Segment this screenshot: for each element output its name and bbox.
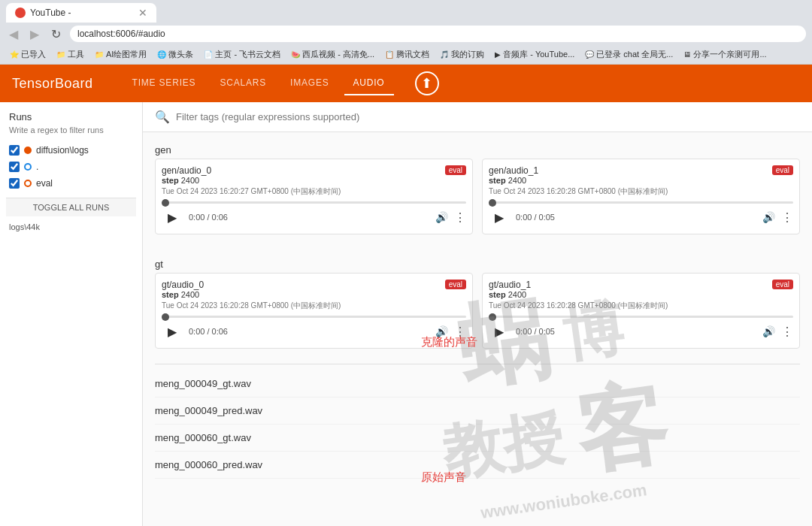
eval-badge: eval <box>772 165 793 175</box>
bookmark-item[interactable]: 🍉西瓜视频 - 高清免... <box>287 47 378 62</box>
app-header: TensorBoard TIME SERIESSCALARSIMAGESAUDI… <box>0 65 812 102</box>
audio-time: Tue Oct 24 2023 16:20:28 GMT+0800 (中国标准时… <box>489 301 772 311</box>
bookmark-icon: 🌐 <box>157 50 166 59</box>
browser-toolbar: ◀ ▶ ↻ localhost:6006/#audio <box>0 23 812 45</box>
bookmark-item[interactable]: 📁工具 <box>53 47 88 62</box>
main-content: 🔍 gen gen/audio_0 step 2400 Tue Oct 24 2… <box>143 102 812 526</box>
audio-progress-track <box>489 316 793 318</box>
bookmark-item[interactable]: 🌐微头条 <box>153 47 197 62</box>
sidebar-runs-subtitle: Write a regex to filter runs <box>6 125 136 135</box>
audio-grid: gen/audio_0 step 2400 Tue Oct 24 2023 16… <box>155 159 800 234</box>
more-options-icon[interactable]: ⋮ <box>454 325 466 339</box>
run-item[interactable]: diffusion\logs <box>6 142 136 159</box>
audio-grid: gt/audio_0 step 2400 Tue Oct 24 2023 16:… <box>155 273 800 349</box>
run-checkbox[interactable] <box>9 178 20 189</box>
tab-favicon <box>15 8 26 18</box>
audio-progress-thumb <box>489 199 496 207</box>
nav-tab-audio[interactable]: AUDIO <box>344 71 394 95</box>
audio-controls: ▶ 0:00 / 0:05 🔊 ⋮ <box>489 207 793 228</box>
run-item[interactable]: . <box>6 159 136 175</box>
url-bar[interactable]: localhost:6006/#audio <box>70 26 806 42</box>
run-label: . <box>36 162 38 172</box>
app-logo: TensorBoard <box>12 76 93 92</box>
file-list-item[interactable]: meng_000049_gt.wav <box>155 370 800 398</box>
reload-button[interactable]: ↻ <box>48 26 64 43</box>
run-checkbox[interactable] <box>9 145 20 156</box>
bookmark-item[interactable]: ▶音频库 - YouTube... <box>491 47 578 62</box>
audio-progress-bar-container[interactable] <box>489 201 793 204</box>
nav-tab-scalars[interactable]: SCALARS <box>211 71 275 95</box>
bookmark-item[interactable]: 📁AI绘图常用 <box>91 47 150 62</box>
bookmark-icon: 📄 <box>204 50 213 59</box>
audio-step: step 2400 <box>162 290 445 299</box>
volume-icon[interactable]: 🔊 <box>762 325 775 337</box>
bookmark-item[interactable]: 📋腾讯文档 <box>381 47 433 62</box>
audio-progress-track <box>489 201 793 204</box>
audio-time: Tue Oct 24 2023 16:20:27 GMT+0800 (中国标准时… <box>162 186 445 197</box>
audio-time: Tue Oct 24 2023 16:20:28 GMT+0800 (中国标准时… <box>162 301 445 311</box>
file-list-item[interactable]: meng_000060_pred.wav <box>155 452 800 479</box>
search-icon: 🔍 <box>155 110 170 124</box>
audio-step: step 2400 <box>489 176 772 185</box>
content-wrapper: 🔍 gen gen/audio_0 step 2400 Tue Oct 24 2… <box>143 102 812 482</box>
bookmark-item[interactable]: 💬已登录 chat 全局无... <box>581 47 677 62</box>
audio-progress-bar-container[interactable] <box>162 316 466 318</box>
logs-label: logs\44k <box>6 216 136 233</box>
file-list-item[interactable]: meng_000060_gt.wav <box>155 425 800 452</box>
audio-card-header: gen/audio_0 step 2400 Tue Oct 24 2023 16… <box>162 165 466 197</box>
bookmark-item[interactable]: 🖥分享一个亲测可用... <box>680 47 770 62</box>
play-button[interactable]: ▶ <box>489 207 510 228</box>
volume-icon[interactable]: 🔊 <box>435 325 448 337</box>
back-button[interactable]: ◀ <box>6 26 21 43</box>
audio-time-label: 0:00 / 0:05 <box>516 327 555 336</box>
browser-tabs: YouTube - ✕ <box>0 0 812 23</box>
bookmark-icon: ⭐ <box>10 50 19 59</box>
volume-icon[interactable]: 🔊 <box>435 211 448 223</box>
bookmark-item[interactable]: 🎵我的订购 <box>436 47 488 62</box>
audio-progress-thumb <box>162 313 169 321</box>
more-options-icon[interactable]: ⋮ <box>781 210 793 225</box>
search-input[interactable] <box>176 111 800 122</box>
audio-section-gen: gen gen/audio_0 step 2400 Tue Oct 24 202… <box>143 132 812 246</box>
tab-title: YouTube - <box>30 8 134 18</box>
more-options-icon[interactable]: ⋮ <box>781 325 793 339</box>
toggle-all-runs-button[interactable]: TOGGLE ALL RUNS <box>6 198 136 216</box>
url-text: localhost:6006/#audio <box>77 29 165 39</box>
bookmark-item[interactable]: ⭐已导入 <box>6 47 50 62</box>
active-tab[interactable]: YouTube - ✕ <box>6 3 156 23</box>
audio-time-label: 0:00 / 0:06 <box>189 213 228 222</box>
audio-time-label: 0:00 / 0:06 <box>189 327 228 336</box>
bookmark-item[interactable]: 📄主页 - 飞书云文档 <box>200 47 284 62</box>
run-checkbox[interactable] <box>9 162 20 172</box>
audio-sections: gen gen/audio_0 step 2400 Tue Oct 24 202… <box>143 132 812 361</box>
audio-card-title: gen/audio_0 <box>162 165 445 176</box>
upload-button[interactable]: ⬆ <box>415 71 439 95</box>
forward-button[interactable]: ▶ <box>27 26 42 43</box>
audio-step: step 2400 <box>162 176 445 185</box>
audio-card-info: gen/audio_1 step 2400 Tue Oct 24 2023 16… <box>489 165 772 197</box>
run-label: eval <box>36 178 53 189</box>
audio-controls: ▶ 0:00 / 0:06 🔊 ⋮ <box>162 207 466 228</box>
nav-tab-time-series[interactable]: TIME SERIES <box>123 71 205 95</box>
audio-progress-bar-container[interactable] <box>162 201 466 204</box>
eval-badge: eval <box>772 280 793 289</box>
tab-close-button[interactable]: ✕ <box>138 7 147 19</box>
play-button[interactable]: ▶ <box>162 321 183 342</box>
file-list-item[interactable]: meng_000049_pred.wav <box>155 398 800 425</box>
play-button[interactable]: ▶ <box>489 321 510 342</box>
more-options-icon[interactable]: ⋮ <box>454 210 466 225</box>
audio-time: Tue Oct 24 2023 16:20:28 GMT+0800 (中国标准时… <box>489 186 772 197</box>
audio-card: gen/audio_1 step 2400 Tue Oct 24 2023 16… <box>482 159 800 234</box>
bookmark-icon: 🎵 <box>440 50 449 59</box>
play-button[interactable]: ▶ <box>162 207 183 228</box>
nav-tab-images[interactable]: IMAGES <box>281 71 338 95</box>
audio-section-gt: gt gt/audio_0 step 2400 Tue Oct 24 2023 … <box>143 246 812 361</box>
section-label: gen <box>155 138 800 159</box>
volume-icon[interactable]: 🔊 <box>762 211 775 223</box>
bookmark-icon: 🍉 <box>291 50 300 59</box>
audio-card-header: gt/audio_1 step 2400 Tue Oct 24 2023 16:… <box>489 280 793 311</box>
run-item[interactable]: eval <box>6 175 136 192</box>
bookmark-icon: 💬 <box>585 50 594 59</box>
audio-progress-bar-container[interactable] <box>489 316 793 318</box>
run-color-dot <box>24 180 32 187</box>
